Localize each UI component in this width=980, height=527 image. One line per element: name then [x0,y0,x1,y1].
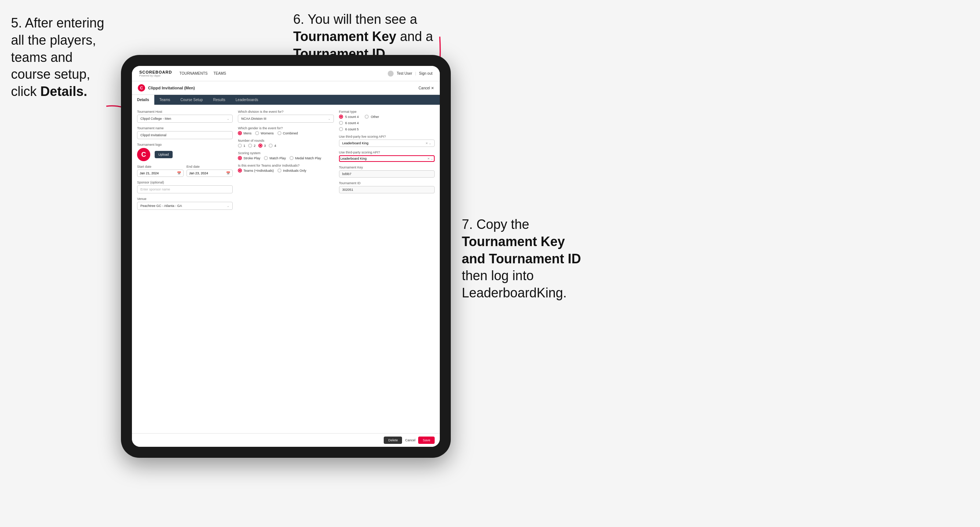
scoreboard-logo: SCOREBOARD Powered by clippd [139,70,172,77]
division-input[interactable]: NCAA Division III ⌄ [238,114,334,123]
third-party1-clear[interactable]: ✕ ⌄ [425,142,431,145]
annotation-br-bold1: Tournament Key [462,234,565,249]
tournament-header: C Clippd Invitational (Men) Cancel ✕ [132,81,440,95]
format-6count4[interactable]: 6 count 4 [339,121,435,125]
nav-signout[interactable]: Sign out [419,71,433,75]
scoring-medal-label: Medal Match Play [295,156,321,160]
format-6count4-radio[interactable] [339,121,343,125]
format-6count4-label: 6 count 4 [345,121,359,125]
gender-combined-radio[interactable] [277,131,282,135]
tournament-initial: C [138,84,145,92]
tab-teams[interactable]: Teams [154,95,175,105]
sponsor-input[interactable]: Enter sponsor name [137,185,233,194]
rounds-radio-group: 1 2 3 4 [238,144,334,148]
form-left: Tournament Host Clippd College - Men ⌄ T… [137,110,233,210]
division-arrow: ⌄ [328,117,331,121]
format-other[interactable]: Other [365,114,379,119]
scoring-match-label: Match Play [269,156,286,160]
tablet-screen: SCOREBOARD Powered by clippd TOURNAMENTS… [132,66,440,447]
nav-teams[interactable]: TEAMS [214,70,226,77]
third-party2-clear[interactable]: ✕ ⌄ [427,157,433,160]
logo-field: Tournament logo C Upload [137,143,233,161]
team-individuals[interactable]: Individuals Only [277,168,306,173]
start-date-input[interactable]: Jan 21, 2024 📅 [137,170,184,177]
rounds-4-radio[interactable] [269,144,273,148]
rounds-2[interactable]: 2 [248,144,255,148]
save-button[interactable]: Save [418,437,435,444]
upload-button[interactable]: Upload [155,151,173,158]
gender-mens-radio[interactable] [238,131,242,135]
rounds-2-radio[interactable] [248,144,252,148]
format-row1: 5 count 4 Other [339,114,435,119]
nav-tournaments[interactable]: TOURNAMENTS [179,70,207,77]
venue-arrow: ⌄ [227,204,229,208]
name-input[interactable]: Clippd Invitational [137,131,233,139]
delete-button[interactable]: Delete [384,437,402,444]
tab-leaderboards[interactable]: Leaderboards [231,95,264,105]
tab-results[interactable]: Results [208,95,230,105]
team-individuals-radio[interactable] [277,168,282,173]
start-label: Start date [137,165,184,168]
sponsor-field: Sponsor (optional) Enter sponsor name [137,181,233,194]
team-individuals-label: Individuals Only [283,169,306,173]
scoring-medal-radio[interactable] [290,156,294,160]
third-party1-input[interactable]: Leaderboard King ✕ ⌄ [339,140,435,147]
format-6count5-radio[interactable] [339,127,343,131]
nav-user: Test User [396,71,412,75]
tab-course-setup[interactable]: Course Setup [175,95,208,105]
gender-mens[interactable]: Mens [238,131,251,135]
scoring-match[interactable]: Match Play [264,156,286,160]
cancel-button[interactable]: Cancel [405,438,415,442]
tournament-key-field: Tournament Key bd9b7 [339,165,435,178]
main-content: Tournament Host Clippd College - Men ⌄ T… [132,105,440,433]
tournament-id-field: Tournament ID 302051 [339,181,435,194]
end-date-input[interactable]: Jan 23, 2024 📅 [186,170,233,177]
tournament-cancel[interactable]: Cancel ✕ [418,86,434,90]
content-grid: Tournament Host Clippd College - Men ⌄ T… [137,110,435,210]
division-value: NCAA Division III [241,117,266,121]
format-other-radio[interactable] [365,114,369,119]
team-teams-radio[interactable] [238,168,242,173]
dates-field: Start date Jan 21, 2024 📅 End date Jan 2… [137,165,233,177]
scoring-stroke-radio[interactable] [238,156,242,160]
rounds-3-radio[interactable] [258,144,262,148]
scoring-medal[interactable]: Medal Match Play [290,156,321,160]
third-party1-field: Use third-party live scoring API? Leader… [339,135,435,147]
format-6count5[interactable]: 6 count 5 [339,127,435,131]
form-middle: Which division is the event for? NCAA Di… [238,110,334,210]
gender-mens-label: Mens [243,132,251,135]
division-label: Which division is the event for? [238,110,334,114]
rounds-1[interactable]: 1 [238,144,245,148]
team-field: Is this event for Teams and/or Individua… [238,164,334,173]
third-party1-value: Leaderboard King [342,141,369,145]
team-radio-group: Teams (+Individuals) Individuals Only [238,168,334,173]
tournament-id-value: 302051 [339,186,435,194]
rounds-2-label: 2 [254,144,255,148]
tournament-key-value: bd9b7 [339,170,435,178]
name-field: Tournament name Clippd Invitational [137,126,233,139]
rounds-4[interactable]: 4 [269,144,276,148]
form-right: Format type 5 count 4 Other [339,110,435,210]
tab-details[interactable]: Details [132,95,154,105]
scoring-label: Scoring system [238,151,334,155]
third-party2-input[interactable]: Leaderboard King ✕ ⌄ [339,155,435,162]
gender-womens-label: Womens [261,132,274,135]
third-party2-field: Use third-party scoring API? Leaderboard… [339,151,435,162]
team-label: Is this event for Teams and/or Individua… [238,164,334,167]
gender-womens-radio[interactable] [255,131,259,135]
gender-womens[interactable]: Womens [255,131,274,135]
scoring-match-radio[interactable] [264,156,268,160]
scoring-radio-group: Stroke Play Match Play Medal Match Play [238,156,334,160]
annotation-br-line4: then log into [462,268,534,283]
gender-label: Which gender is the event for? [238,126,334,130]
host-input[interactable]: Clippd College - Men ⌄ [137,114,233,123]
gender-combined[interactable]: Combined [277,131,298,135]
user-avatar [388,71,394,76]
rounds-1-radio[interactable] [238,144,242,148]
format-5count4-radio[interactable] [339,114,343,119]
scoring-stroke[interactable]: Stroke Play [238,156,260,160]
rounds-3[interactable]: 3 [258,144,266,148]
team-teams[interactable]: Teams (+Individuals) [238,168,274,173]
format-5count4[interactable]: 5 count 4 [339,114,359,119]
venue-input[interactable]: Peachtree GC - Atlanta - GA ⌄ [137,202,233,210]
